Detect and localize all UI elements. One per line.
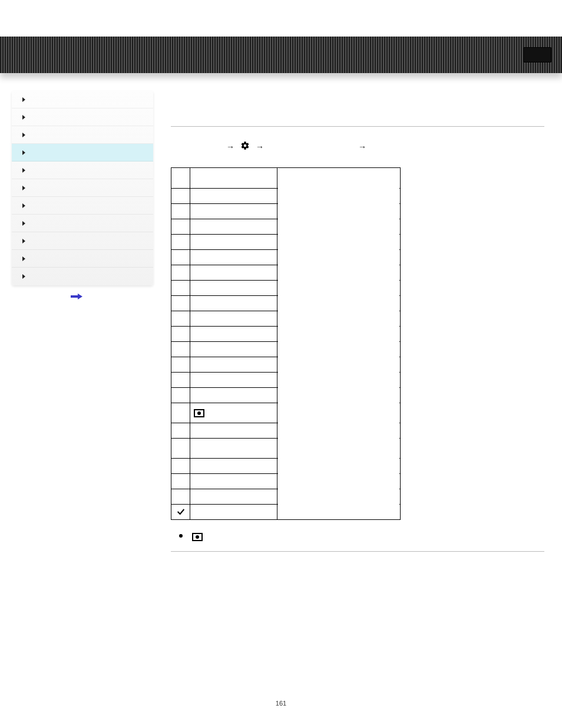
table-cell-label bbox=[190, 327, 277, 341]
table-cell-icon bbox=[171, 474, 190, 489]
table-cell-label bbox=[190, 219, 277, 234]
table-cell-icon bbox=[171, 296, 190, 311]
table-cell-label bbox=[190, 296, 277, 311]
table-header-row bbox=[171, 168, 400, 188]
arrow-icon: → bbox=[256, 142, 264, 151]
table-cell-label bbox=[190, 373, 277, 387]
gear-icon bbox=[240, 141, 250, 152]
table-cell-icon bbox=[171, 373, 190, 387]
chevron-right-icon bbox=[22, 239, 25, 243]
table-cell-label bbox=[190, 311, 277, 326]
table-cell-icon bbox=[171, 168, 190, 188]
table-cell-label bbox=[190, 474, 277, 489]
table-cell-label bbox=[190, 403, 277, 423]
table-cell-label bbox=[190, 204, 277, 219]
header-banner bbox=[0, 37, 562, 73]
chevron-right-icon bbox=[22, 221, 25, 226]
table-cell-label bbox=[190, 235, 277, 249]
chevron-right-icon bbox=[22, 97, 25, 102]
table-cell-icon bbox=[171, 459, 190, 473]
chevron-right-icon bbox=[22, 150, 25, 155]
chevron-right-icon bbox=[22, 186, 25, 190]
table-cell-label bbox=[190, 423, 277, 438]
table-cell-label bbox=[190, 265, 277, 280]
sidebar-item[interactable] bbox=[12, 179, 153, 197]
table-cell-icon bbox=[171, 189, 190, 203]
table-cell-label bbox=[190, 168, 277, 188]
chevron-right-icon bbox=[22, 115, 25, 120]
table-cell-icon bbox=[171, 388, 190, 403]
chevron-right-icon bbox=[22, 203, 25, 208]
table-cell-icon bbox=[171, 403, 190, 423]
sidebar-item[interactable] bbox=[12, 268, 153, 285]
table-cell-icon bbox=[171, 505, 190, 519]
menu-path-breadcrumb: → → → bbox=[171, 141, 544, 152]
record-icon bbox=[194, 409, 204, 417]
table-cell-label bbox=[190, 357, 277, 372]
table-cell-label bbox=[190, 281, 277, 295]
table-cell-value bbox=[277, 168, 400, 188]
table-cell-icon bbox=[171, 281, 190, 295]
sidebar-item[interactable] bbox=[12, 91, 153, 108]
chevron-right-icon bbox=[22, 256, 25, 261]
record-icon bbox=[192, 533, 203, 541]
bullet-icon bbox=[179, 534, 183, 538]
sidebar-item[interactable] bbox=[12, 197, 153, 215]
table-cell-label bbox=[190, 439, 277, 458]
sidebar-nav bbox=[12, 91, 153, 285]
arrow-icon: → bbox=[358, 142, 366, 151]
table-cell-label bbox=[190, 459, 277, 473]
sidebar-item[interactable] bbox=[12, 215, 153, 232]
table-cell-label bbox=[190, 342, 277, 357]
expand-arrow-icon[interactable] bbox=[71, 294, 82, 299]
table-cell-label bbox=[190, 505, 277, 519]
table-cell-label bbox=[190, 250, 277, 265]
table-cell-icon bbox=[171, 489, 190, 504]
table-cell-icon bbox=[171, 265, 190, 280]
chevron-right-icon bbox=[22, 133, 25, 137]
table-cell-icon bbox=[171, 357, 190, 372]
section-divider-bottom bbox=[171, 551, 544, 552]
content-area: → → → bbox=[153, 91, 562, 558]
table-cell-icon bbox=[171, 204, 190, 219]
chevron-right-icon bbox=[22, 168, 25, 173]
table-cell-icon bbox=[171, 250, 190, 265]
table-cell-icon bbox=[171, 439, 190, 458]
check-icon bbox=[176, 507, 186, 518]
sidebar-column bbox=[0, 91, 153, 299]
table-merged-cell-overlay bbox=[278, 188, 399, 519]
footnote bbox=[171, 531, 544, 539]
table-cell-label bbox=[190, 189, 277, 203]
sidebar-item[interactable] bbox=[12, 126, 153, 144]
arrow-icon: → bbox=[226, 142, 234, 151]
sidebar-item[interactable] bbox=[12, 162, 153, 179]
table-cell-icon bbox=[171, 342, 190, 357]
table-cell-label bbox=[190, 489, 277, 504]
chevron-right-icon bbox=[22, 274, 25, 279]
table-cell-icon bbox=[171, 311, 190, 326]
table-cell-icon bbox=[171, 423, 190, 438]
section-divider-top bbox=[171, 126, 544, 127]
sidebar-item[interactable] bbox=[12, 250, 153, 268]
footnote-text bbox=[190, 531, 205, 539]
sidebar-item[interactable] bbox=[12, 232, 153, 250]
table-cell-icon bbox=[171, 327, 190, 341]
table-cell-icon bbox=[171, 235, 190, 249]
table-cell-icon bbox=[171, 219, 190, 234]
page-number: 161 bbox=[0, 700, 562, 707]
sidebar-item[interactable] bbox=[12, 108, 153, 126]
sidebar-expand-arrow-row bbox=[0, 294, 153, 299]
sidebar-item[interactable] bbox=[12, 144, 153, 162]
header-corner-button[interactable] bbox=[523, 47, 551, 62]
main-layout: → → → bbox=[0, 73, 562, 558]
table-cell-label bbox=[190, 388, 277, 403]
settings-table bbox=[171, 167, 401, 520]
